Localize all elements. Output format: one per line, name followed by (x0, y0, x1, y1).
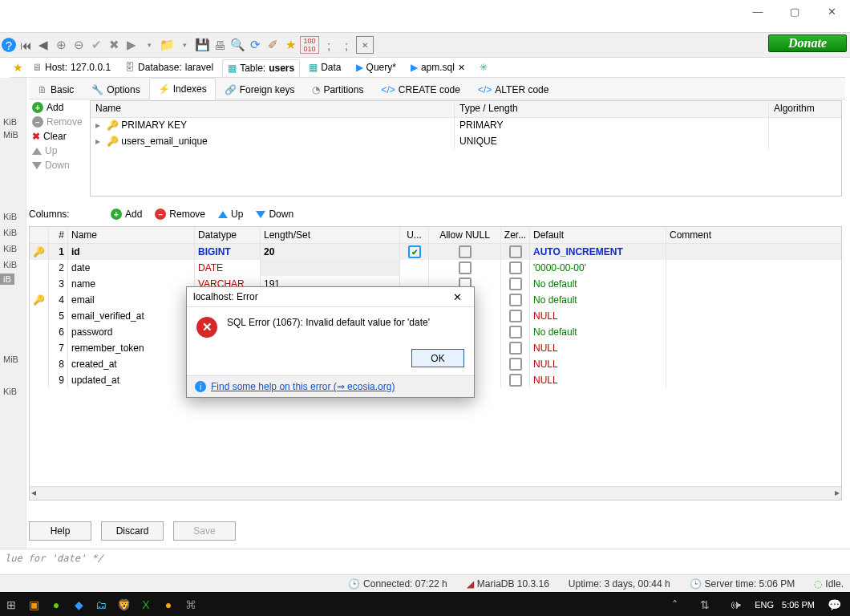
allow-null-cell[interactable] (429, 244, 501, 260)
open-folder-icon[interactable]: 📁 (159, 37, 175, 53)
nav-first-icon[interactable]: ⏮ (18, 37, 34, 53)
tab-apm-sql[interactable]: ▶ apm.sql ✕ (405, 59, 471, 76)
index-down-button[interactable]: Down (29, 158, 90, 172)
name-cell[interactable]: password (68, 324, 195, 340)
name-cell[interactable]: remember_token (68, 340, 195, 356)
run-icon[interactable]: ▶ (123, 37, 140, 53)
add-icon[interactable]: ⊕ (53, 37, 69, 53)
tab-partitions[interactable]: ◔Partitions (303, 79, 372, 100)
table-segment[interactable]: ▦ Table: users (222, 59, 300, 76)
col-add-button[interactable]: +Add (111, 209, 142, 220)
col-header-name[interactable]: Name (68, 227, 195, 243)
default-cell[interactable]: AUTO_INCREMENT (530, 244, 666, 260)
name-cell[interactable]: email (68, 292, 195, 308)
comment-cell[interactable] (666, 324, 841, 340)
tab-query[interactable]: ▶ Query* (350, 59, 402, 76)
bookmark-icon[interactable]: ★ (282, 37, 298, 53)
datatype-cell[interactable]: DATE (195, 260, 261, 276)
comment-cell[interactable] (666, 372, 841, 388)
zerofill-cell[interactable] (501, 244, 530, 260)
unsigned-cell[interactable] (400, 260, 429, 276)
index-up-button[interactable]: Up (29, 144, 90, 158)
brush-icon[interactable]: ✐ (265, 37, 281, 53)
dialog-title-bar[interactable]: localhost: Error ✕ (187, 287, 474, 307)
column-row[interactable]: 🔑1idBIGINT20AUTO_INCREMENT (30, 244, 841, 260)
index-add-button[interactable]: +Add (29, 100, 90, 115)
find-icon[interactable]: 🔍 (229, 37, 245, 53)
new-tab-button[interactable]: ✳ (474, 59, 493, 76)
name-cell[interactable]: updated_at (68, 372, 195, 388)
zerofill-cell[interactable] (501, 260, 530, 276)
column-row[interactable]: 2dateDATE'0000-00-00' (30, 260, 841, 276)
col-header-comment[interactable]: Comment (666, 227, 841, 243)
accept-icon[interactable]: ✔ (88, 37, 104, 53)
help-button[interactable]: Help (29, 521, 91, 541)
col-header-type[interactable]: Type / Length (455, 101, 769, 117)
tab-create-code[interactable]: </>CREATE code (372, 79, 469, 100)
default-cell[interactable]: NULL (530, 340, 666, 356)
default-cell[interactable]: No default (530, 324, 666, 340)
start-icon[interactable]: ⊞ (0, 593, 22, 616)
comment-cell[interactable] (666, 260, 841, 276)
name-cell[interactable]: id (68, 244, 195, 260)
comment-cell[interactable] (666, 308, 841, 324)
comment-cell[interactable] (666, 356, 841, 372)
tab-data[interactable]: ▦ Data (303, 59, 346, 76)
hex-icon[interactable]: 100010 (300, 36, 319, 54)
dialog-ok-button[interactable]: OK (411, 349, 464, 367)
zerofill-cell[interactable] (501, 324, 530, 340)
index-row[interactable]: ▸🔑 users_email_unique UNIQUE (91, 134, 841, 150)
tab-alter-code[interactable]: </>ALTER code (469, 79, 558, 100)
task-app-icon[interactable]: ⌘ (180, 593, 202, 616)
datatype-cell[interactable]: BIGINT (195, 244, 261, 260)
name-cell[interactable]: date (68, 260, 195, 276)
tray-volume-icon[interactable]: 🕪 (724, 593, 747, 616)
length-cell[interactable] (261, 260, 400, 276)
unsigned-cell[interactable] (400, 244, 429, 260)
discard-button[interactable]: Discard (101, 521, 164, 541)
zerofill-cell[interactable] (501, 308, 530, 324)
index-clear-button[interactable]: ✖Clear (29, 129, 90, 144)
run-dropdown-icon[interactable]: ▾ (141, 37, 157, 53)
database-segment[interactable]: 🗄 Database: laravel (119, 59, 219, 76)
col-header-unsigned[interactable]: U... (400, 227, 429, 243)
tray-lang[interactable]: ENG (755, 600, 774, 610)
name-cell[interactable]: name (68, 276, 195, 292)
window-close[interactable]: ✕ (813, 0, 850, 22)
refresh-icon[interactable]: ⟳ (247, 37, 263, 53)
default-cell[interactable]: NULL (530, 372, 666, 388)
task-app-icon[interactable]: ◆ (67, 593, 90, 616)
col-header-dtype[interactable]: Datatype (195, 227, 261, 243)
expander-icon[interactable]: ▸ (95, 136, 100, 147)
tab-foreign-keys[interactable]: 🔗Foreign keys (216, 79, 304, 100)
save-icon[interactable]: 💾 (194, 37, 210, 53)
task-app-icon[interactable]: X (135, 593, 157, 616)
donate-button[interactable]: Donate (768, 34, 847, 52)
tray-notification-icon[interactable]: 💬 (823, 593, 845, 616)
open-dropdown-icon[interactable]: ▾ (176, 37, 192, 53)
zerofill-cell[interactable] (501, 356, 530, 372)
zerofill-cell[interactable] (501, 340, 530, 356)
col-header-num[interactable]: # (49, 227, 68, 243)
close-tab-x-icon[interactable]: ✕ (458, 63, 465, 73)
length-cell[interactable]: 20 (261, 244, 400, 260)
tray-chevron-icon[interactable]: ˄ (663, 593, 686, 616)
tab-options[interactable]: 🔧Options (83, 79, 148, 100)
window-maximize[interactable]: ▢ (776, 0, 813, 22)
task-app-icon[interactable]: ● (45, 593, 67, 616)
task-app-icon[interactable]: ● (157, 593, 180, 616)
cancel-icon[interactable]: ✖ (106, 37, 122, 53)
comment-cell[interactable] (666, 276, 841, 292)
zerofill-cell[interactable] (501, 276, 530, 292)
print-icon[interactable]: 🖶 (212, 37, 228, 53)
zerofill-cell[interactable] (501, 372, 530, 388)
task-app-icon[interactable]: 🦁 (112, 593, 135, 616)
default-cell[interactable]: No default (530, 292, 666, 308)
index-remove-button[interactable]: −Remove (29, 115, 90, 129)
default-cell[interactable]: NULL (530, 308, 666, 324)
favorite-star-icon[interactable]: ★ (13, 61, 23, 74)
stop-icon-2[interactable]: ; (338, 37, 354, 53)
col-header-zerofill[interactable]: Zer... (501, 227, 530, 243)
name-cell[interactable]: email_verified_at (68, 308, 195, 324)
col-header-null[interactable]: Allow NULL (429, 227, 501, 243)
